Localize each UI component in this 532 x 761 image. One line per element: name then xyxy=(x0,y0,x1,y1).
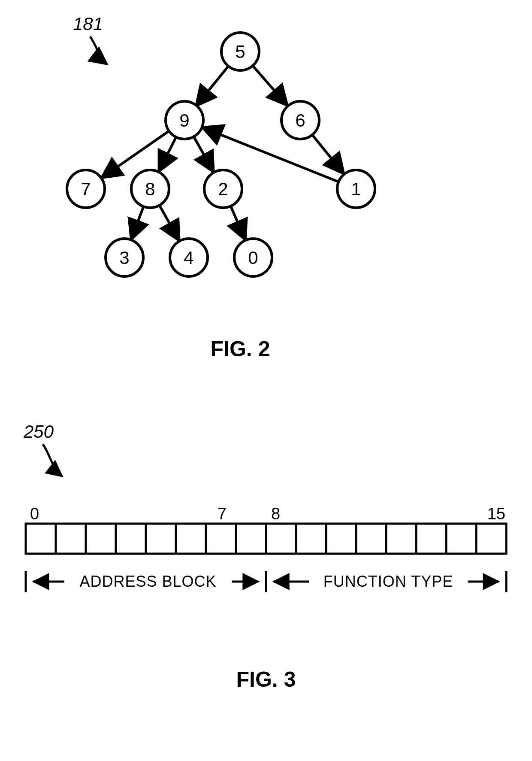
bitfield-grid xyxy=(26,524,506,554)
bit-num-15: 15 xyxy=(487,505,505,523)
fig3-ref-arrow xyxy=(43,444,62,476)
svg-text:5: 5 xyxy=(235,42,245,62)
node-0: 0 xyxy=(234,239,272,276)
fig2-ref-arrow xyxy=(90,36,107,64)
fig2-ref-label: 181 xyxy=(73,14,103,34)
svg-text:2: 2 xyxy=(218,179,228,199)
svg-text:1: 1 xyxy=(351,179,361,199)
edge-6-1 xyxy=(312,135,345,174)
svg-text:0: 0 xyxy=(248,248,258,268)
edge-5-9 xyxy=(196,65,229,107)
function-type-label: FUNCTION TYPE xyxy=(323,573,453,590)
fig3-ref-label: 250 xyxy=(23,421,54,442)
figure-2-graph: 181 5 9 6 7 8 2 xyxy=(0,0,532,386)
edge-9-2 xyxy=(193,136,214,173)
node-5: 5 xyxy=(221,33,259,70)
node-1: 1 xyxy=(337,170,375,208)
fig2-caption: FIG. 2 xyxy=(211,337,270,361)
node-6: 6 xyxy=(281,101,319,139)
address-block-label: ADDRESS BLOCK xyxy=(79,573,216,590)
node-7: 7 xyxy=(67,170,105,208)
svg-text:4: 4 xyxy=(184,248,193,268)
fig3-caption: FIG. 3 xyxy=(236,667,296,691)
svg-text:9: 9 xyxy=(179,110,189,130)
edge-8-4 xyxy=(159,205,179,241)
bit-num-7: 7 xyxy=(218,505,227,523)
svg-text:3: 3 xyxy=(119,248,129,268)
edge-5-6 xyxy=(253,66,288,106)
node-8: 8 xyxy=(131,170,169,208)
node-2: 2 xyxy=(204,170,242,208)
node-3: 3 xyxy=(106,239,143,276)
svg-text:7: 7 xyxy=(81,179,91,199)
node-4: 4 xyxy=(170,239,208,276)
edge-2-0 xyxy=(230,206,245,241)
edge-8-3 xyxy=(131,206,144,240)
svg-text:6: 6 xyxy=(295,110,305,130)
edge-9-8 xyxy=(159,137,176,172)
bit-num-8: 8 xyxy=(271,505,280,523)
node-9: 9 xyxy=(166,101,203,139)
figure-3-bitfield: 250 0 7 8 15 ADDRESS BLOCK xyxy=(0,412,532,744)
bit-num-0: 0 xyxy=(30,505,39,523)
svg-text:8: 8 xyxy=(145,179,155,199)
